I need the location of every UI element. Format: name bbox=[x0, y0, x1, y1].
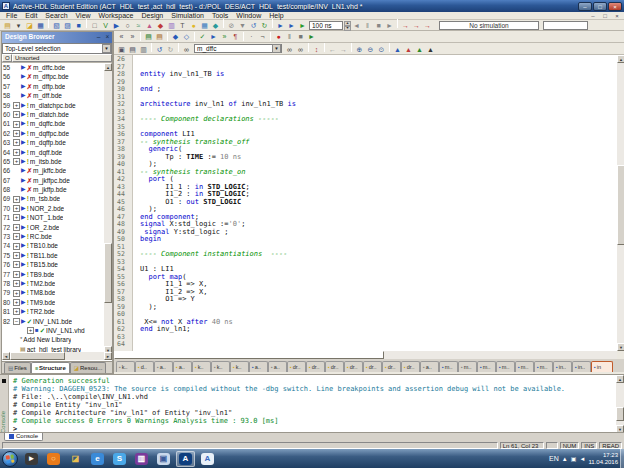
pause-button[interactable]: ‖ bbox=[362, 21, 373, 31]
tree-item[interactable]: 67▶✗m_jkffpc.bde bbox=[2, 176, 112, 185]
trace-out-button[interactable]: → bbox=[422, 21, 433, 31]
compile-all-button[interactable]: » bbox=[219, 32, 230, 42]
stop-macro-button[interactable]: ■ bbox=[295, 32, 306, 42]
document-tab[interactable]: ▪m.. bbox=[515, 361, 534, 372]
expander-icon[interactable]: + bbox=[13, 121, 20, 128]
maximize-button[interactable]: □ bbox=[593, 2, 607, 11]
network-icon[interactable]: ▣ bbox=[571, 455, 577, 462]
document-tab[interactable]: ▪in.. bbox=[553, 361, 572, 372]
tree-item[interactable]: 56▶✗m_dffpc.bde bbox=[2, 72, 112, 81]
taskbar-firefox-icon[interactable]: ○ bbox=[44, 451, 63, 467]
zoom-reset-button[interactable]: ⊙ bbox=[376, 45, 387, 55]
tree-item[interactable]: 80+▶!TM9.bde bbox=[2, 298, 112, 307]
run-all-button[interactable]: ► bbox=[297, 21, 308, 31]
tip-button[interactable]: ● bbox=[188, 21, 199, 31]
scroll-right-icon[interactable]: ► bbox=[104, 352, 112, 360]
expander-icon[interactable]: + bbox=[13, 271, 20, 278]
find-in-files-button[interactable]: ∞ bbox=[295, 45, 306, 55]
play-macro-button[interactable]: ► bbox=[306, 32, 317, 42]
restart-button[interactable]: ◄ bbox=[351, 21, 362, 31]
library-manager-button[interactable]: ▥ bbox=[166, 21, 177, 31]
word-wrap-button[interactable]: ¬ bbox=[257, 32, 268, 42]
save-button[interactable]: ▦ bbox=[35, 21, 46, 31]
tree-item[interactable]: 58▶✗m_dff.bde bbox=[2, 91, 112, 100]
taskbar-ie-icon[interactable]: e bbox=[88, 451, 107, 467]
indent-right-button[interactable]: » bbox=[127, 32, 138, 42]
tree-vscroll-thumb[interactable] bbox=[104, 243, 112, 303]
code-line[interactable]: ); bbox=[140, 304, 617, 312]
attach-design-button[interactable]: ■ bbox=[73, 21, 84, 31]
expander-icon[interactable]: + bbox=[13, 261, 20, 268]
tree-item[interactable]: *Add New Library bbox=[2, 335, 112, 344]
document-tab[interactable]: ▪dr.. bbox=[344, 361, 363, 372]
code-line[interactable]: O1 : out STD_LOGIC bbox=[140, 199, 617, 207]
editor-hscrollbar[interactable] bbox=[114, 351, 617, 359]
document-tab[interactable]: ▪k.. bbox=[211, 361, 230, 372]
indent-left-button[interactable]: « bbox=[116, 32, 127, 42]
tree-item[interactable]: 66▶✗m_jkffc.bde bbox=[2, 166, 112, 175]
new-design-button[interactable]: ▧ bbox=[51, 21, 62, 31]
trace-over-button[interactable]: → bbox=[411, 21, 422, 31]
expander-icon[interactable]: + bbox=[13, 308, 20, 315]
chevron-down-icon[interactable]: ▼ bbox=[102, 44, 111, 53]
document-tab[interactable]: ▪m.. bbox=[439, 361, 458, 372]
end-simulation-button[interactable]: ⊘ bbox=[226, 21, 237, 31]
compilation-button[interactable]: ▶ bbox=[111, 21, 122, 31]
taskbar-explorer-icon[interactable]: ◪ bbox=[66, 451, 85, 467]
show-spaces-button[interactable]: · bbox=[246, 32, 257, 42]
tab-files[interactable]: ▤Files bbox=[4, 362, 31, 373]
stop-compile-button[interactable]: ¶ bbox=[230, 32, 241, 42]
code-area[interactable]: 2627282930313233343536373839404142434445… bbox=[114, 55, 624, 351]
code-line[interactable]: end ; bbox=[140, 86, 617, 94]
trace-out-button[interactable]: ▲ bbox=[414, 45, 425, 55]
restart-simulation-button[interactable]: ↺ bbox=[248, 21, 259, 31]
mdi-close-button[interactable]: × bbox=[612, 13, 622, 19]
code-line[interactable] bbox=[140, 259, 617, 267]
tree-item[interactable]: 73+▶!RC.bde bbox=[2, 232, 112, 241]
code-line[interactable] bbox=[140, 56, 617, 64]
expander-icon[interactable]: − bbox=[13, 318, 20, 325]
tree-item[interactable]: 62+▶!m_dqffpc.bde bbox=[2, 129, 112, 138]
tree-item[interactable]: 77+▶!TB9.bde bbox=[2, 270, 112, 279]
document-tab[interactable]: ▪a.. bbox=[173, 361, 192, 372]
expander-icon[interactable]: + bbox=[13, 158, 20, 165]
expander-icon[interactable]: + bbox=[27, 327, 34, 334]
clock[interactable]: 17:23 11.04.2016 bbox=[588, 452, 618, 465]
tree-item[interactable]: 55▶✗m_dffc.bde bbox=[2, 63, 112, 72]
taskbar-activehdl-icon[interactable]: A bbox=[176, 451, 195, 467]
check-syntax-button[interactable]: V bbox=[100, 21, 111, 31]
check-file-button[interactable]: ✓ bbox=[197, 32, 208, 42]
taskbar-winrar-icon[interactable]: ▥ bbox=[132, 451, 151, 467]
document-tab[interactable]: ▪a.. bbox=[154, 361, 173, 372]
find-button[interactable]: ○ bbox=[122, 21, 133, 31]
code-line[interactable]: O1 => Y bbox=[140, 296, 617, 304]
code-line[interactable]: signal Y:std_logic ; bbox=[140, 229, 617, 237]
undo-button[interactable]: ↺ bbox=[154, 45, 165, 55]
text-editor-button[interactable]: T bbox=[177, 21, 188, 31]
menu-item-help[interactable]: Help bbox=[265, 12, 287, 19]
tab-resou[interactable]: ◪Resou... bbox=[70, 362, 107, 373]
new-button[interactable]: ▤ bbox=[2, 21, 13, 31]
tree-item[interactable]: 74+▶!TB10.bde bbox=[2, 241, 112, 250]
document-tab[interactable]: ▪k.. bbox=[116, 361, 135, 372]
hierarchy-button[interactable]: ▲ bbox=[144, 21, 155, 31]
waveform-button[interactable]: ≈ bbox=[133, 21, 144, 31]
menu-item-tools[interactable]: Tools bbox=[208, 12, 232, 19]
new-dropdown[interactable]: ▾ bbox=[13, 21, 24, 31]
paste-button[interactable]: ▤ bbox=[127, 45, 138, 55]
run-manager-button[interactable]: ↻ bbox=[259, 21, 270, 31]
tab-console[interactable]: Console bbox=[4, 433, 43, 441]
code-line[interactable] bbox=[140, 124, 617, 132]
tree-item[interactable]: 57▶✗m_dffp.bde bbox=[2, 82, 112, 91]
document-tab[interactable]: ▪in.. bbox=[572, 361, 591, 372]
document-tab[interactable]: ▪m.. bbox=[477, 361, 496, 372]
expander-icon[interactable]: + bbox=[13, 205, 20, 212]
tab-structure[interactable]: ≡Structure bbox=[31, 362, 70, 373]
expander-icon[interactable]: + bbox=[13, 290, 20, 297]
menu-item-file[interactable]: File bbox=[2, 12, 21, 19]
redo-button[interactable]: ↻ bbox=[165, 45, 176, 55]
console-vscroll-thumb[interactable] bbox=[616, 407, 624, 421]
menu-item-window[interactable]: Window bbox=[232, 12, 265, 19]
editor-vscrollbar[interactable]: ▲ ▼ bbox=[617, 55, 624, 351]
tree-item[interactable]: 70+▶!NOR_2.bde bbox=[2, 204, 112, 213]
